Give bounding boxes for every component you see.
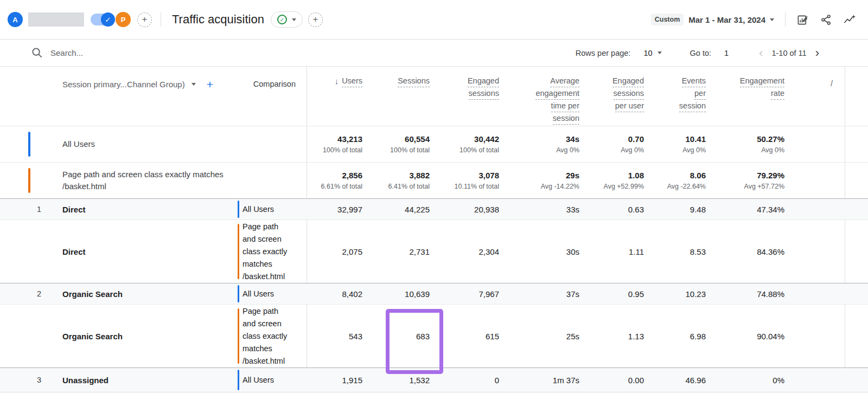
pagination-range: 1-10 of 11 bbox=[771, 49, 806, 57]
column-header-sessions[interactable]: Sessions bbox=[362, 67, 430, 126]
segment-label: Page path and screen class exactly match… bbox=[238, 305, 287, 367]
row-index: 2 bbox=[0, 283, 62, 304]
customize-report-button[interactable] bbox=[796, 14, 809, 26]
segment-label: Page path and screen class exactly match… bbox=[238, 221, 287, 283]
property-avatar[interactable]: P bbox=[116, 12, 131, 27]
dimension-selector-label: Session primary...Channel Group) bbox=[62, 80, 185, 89]
insights-button[interactable] bbox=[843, 13, 856, 26]
goto-page-input[interactable]: 1 bbox=[724, 49, 729, 57]
column-header-users[interactable]: ↓Users bbox=[307, 67, 362, 126]
table-header-row: Session primary...Channel Group) + Compa… bbox=[0, 67, 868, 126]
chevron-down-icon[interactable] bbox=[658, 51, 662, 54]
comparison-accent-bar bbox=[238, 224, 239, 279]
add-comparison-button[interactable]: + bbox=[137, 12, 152, 27]
app-header: A ✓ P + Traffic acquisition ✓ + Custom M… bbox=[0, 0, 868, 39]
channel-label: Unassigned bbox=[62, 368, 238, 392]
divider bbox=[161, 12, 161, 27]
all-users-accent-bar bbox=[238, 370, 239, 390]
share-button[interactable] bbox=[820, 14, 832, 26]
summary-row-all-users: All Users 43,213100% of total 60,554100%… bbox=[0, 126, 868, 163]
channel-label: Direct bbox=[62, 199, 238, 220]
summary-label: All Users bbox=[62, 138, 95, 150]
table-row: 1 Direct All Users 32,997 44,225 20,938 … bbox=[0, 199, 868, 220]
summary-label: Page path and screen class exactly match… bbox=[62, 169, 224, 192]
report-status-dropdown[interactable]: ✓ bbox=[271, 11, 303, 28]
chevron-down-icon bbox=[292, 18, 296, 21]
column-header-engaged-sessions[interactable]: Engaged sessions bbox=[430, 67, 499, 126]
report-table: Rows per page: 10 Go to: 1 ‹ 1-10 of 11 … bbox=[0, 39, 868, 400]
search-icon bbox=[31, 47, 43, 59]
all-users-accent-bar bbox=[238, 285, 239, 302]
table-row: 2 Organic Search All Users 8,402 10,639 … bbox=[0, 283, 868, 305]
comparison-accent-bar bbox=[238, 308, 239, 364]
next-page-button[interactable]: › bbox=[815, 47, 819, 59]
previous-page-button[interactable]: ‹ bbox=[759, 47, 763, 59]
add-dimension-button[interactable]: + bbox=[207, 79, 213, 90]
chevron-down-icon bbox=[192, 83, 196, 86]
summary-row-basket-comparison: Page path and screen class exactly match… bbox=[0, 163, 868, 199]
edit-report-icon bbox=[796, 14, 809, 26]
segment-label: All Users bbox=[238, 288, 274, 300]
segment-label: All Users bbox=[238, 203, 274, 216]
sort-desc-icon: ↓ bbox=[335, 76, 339, 86]
date-range-selector[interactable]: Mar 1 - Mar 31, 2024 bbox=[688, 15, 765, 24]
comparison-toggle[interactable]: ✓ bbox=[91, 14, 113, 25]
column-header-engaged-sessions-per-user[interactable]: Engaged sessions per user bbox=[579, 67, 644, 126]
column-header-clipped: / bbox=[784, 67, 845, 126]
channel-label: Organic Search bbox=[62, 283, 238, 304]
column-header-engagement-rate[interactable]: Engagement rate bbox=[706, 67, 784, 126]
column-header-avg-engagement-time[interactable]: Average engagement time per session bbox=[499, 67, 579, 126]
channel-label: Organic Search bbox=[62, 305, 238, 367]
all-users-accent-bar bbox=[28, 132, 30, 157]
goto-label: Go to: bbox=[690, 49, 712, 57]
channel-label: Direct bbox=[62, 220, 238, 283]
comparison-accent-bar bbox=[28, 168, 30, 193]
share-icon bbox=[820, 14, 832, 26]
all-users-accent-bar bbox=[238, 201, 239, 218]
divider bbox=[785, 12, 786, 27]
insights-icon bbox=[843, 13, 856, 26]
plus-icon: + bbox=[313, 14, 318, 25]
search-box bbox=[31, 47, 213, 59]
search-input[interactable] bbox=[50, 48, 213, 57]
divider bbox=[28, 12, 84, 27]
table-row: Direct Page path and screen class exactl… bbox=[0, 220, 868, 283]
dimension-selector[interactable]: Session primary...Channel Group) + bbox=[62, 79, 213, 90]
comparison-column-header: Comparison bbox=[238, 80, 307, 88]
toggle-check-icon: ✓ bbox=[101, 12, 115, 27]
add-report-button[interactable]: + bbox=[308, 12, 323, 27]
table-row: 3 Unassigned All Users 1,915 1,532 0 1m … bbox=[0, 368, 868, 392]
chevron-down-icon[interactable] bbox=[770, 18, 774, 21]
date-mode-badge: Custom bbox=[651, 14, 684, 25]
table-controls: Rows per page: 10 Go to: 1 ‹ 1-10 of 11 … bbox=[0, 40, 868, 67]
check-circle-icon: ✓ bbox=[277, 15, 287, 24]
row-index: 3 bbox=[0, 368, 62, 392]
rows-per-page-label: Rows per page: bbox=[576, 49, 631, 57]
segment-label: All Users bbox=[238, 374, 274, 386]
plus-icon: + bbox=[142, 14, 148, 25]
highlighted-sessions-value: 683 bbox=[416, 332, 430, 341]
rows-per-page-select[interactable]: 10 bbox=[643, 49, 652, 57]
table-row: Organic Search Page path and screen clas… bbox=[0, 305, 868, 368]
avatar[interactable]: A bbox=[8, 12, 23, 27]
pagination: Rows per page: 10 Go to: 1 ‹ 1-10 of 11 … bbox=[576, 47, 819, 59]
dimension-header-cell: Session primary...Channel Group) + Compa… bbox=[0, 67, 307, 126]
column-header-events-per-session[interactable]: Events per session bbox=[644, 67, 706, 126]
page-title: Traffic acquisition bbox=[172, 12, 264, 27]
row-index: 1 bbox=[0, 199, 62, 220]
